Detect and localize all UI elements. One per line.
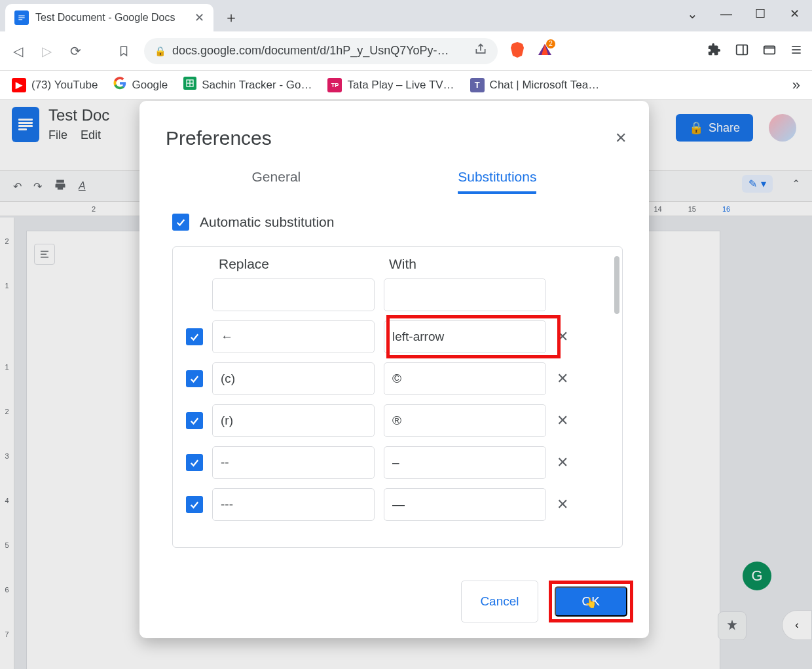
- preferences-dialog: Preferences ✕ General Substitutions Auto…: [139, 101, 649, 638]
- replace-input[interactable]: [212, 278, 375, 311]
- sidepanel-icon[interactable]: [735, 43, 749, 60]
- replace-input[interactable]: [212, 446, 375, 479]
- docs-favicon: [14, 10, 29, 25]
- dialog-title: Preferences: [166, 127, 623, 149]
- substitution-row: ✕: [186, 404, 602, 437]
- tab-strip: Test Document - Google Docs ✕ ＋ ⌄ — ☐ ✕: [0, 0, 812, 31]
- minimize-icon[interactable]: —: [712, 4, 740, 24]
- delete-row-icon[interactable]: ✕: [555, 412, 570, 429]
- svg-rect-2: [18, 19, 22, 20]
- bookmark-google[interactable]: Google: [113, 77, 168, 93]
- with-input[interactable]: [384, 362, 546, 395]
- bookmark-label: Sachin Tracker - Go…: [202, 79, 312, 92]
- tataplay-icon: TP: [327, 78, 342, 92]
- auto-substitution-checkbox[interactable]: [172, 214, 189, 231]
- delete-row-icon[interactable]: ✕: [555, 328, 570, 345]
- svg-rect-10: [792, 52, 800, 54]
- highlight-annotation: OK 👆: [549, 581, 633, 622]
- substitution-row: [186, 278, 602, 311]
- teams-icon: T: [470, 78, 485, 92]
- row-checkbox[interactable]: [186, 454, 203, 471]
- share-icon[interactable]: [474, 43, 487, 59]
- row-checkbox[interactable]: [186, 412, 203, 429]
- brave-rewards-icon[interactable]: 2: [537, 42, 553, 60]
- google-icon: [113, 77, 126, 93]
- cursor-icon: 👆: [585, 597, 597, 609]
- youtube-icon: ▶: [12, 78, 26, 92]
- bookmark-label: Google: [132, 79, 168, 92]
- row-checkbox[interactable]: [186, 370, 203, 387]
- reload-icon[interactable]: ⟳: [67, 43, 84, 60]
- brave-shields-icon[interactable]: [509, 41, 525, 62]
- tab-title: Test Document - Google Docs: [35, 12, 175, 24]
- bookmark-icon[interactable]: [115, 43, 132, 60]
- svg-rect-5: [737, 45, 748, 54]
- scrollbar-thumb[interactable]: [614, 256, 619, 314]
- cancel-button[interactable]: Cancel: [461, 581, 538, 622]
- substitution-row: ✕: [186, 488, 602, 521]
- browser-toolbar: ◁ ▷ ⟳ 🔒 docs.google.com/document/d/1hP_y…: [0, 31, 812, 71]
- with-input[interactable]: [384, 446, 546, 479]
- badge-count: 2: [546, 39, 555, 48]
- window-controls: ⌄ — ☐ ✕: [678, 4, 808, 24]
- with-input[interactable]: [384, 278, 546, 311]
- row-checkbox-placeholder: [186, 286, 203, 303]
- svg-rect-9: [792, 49, 800, 50]
- bookmark-youtube[interactable]: ▶(73) YouTube: [12, 78, 98, 92]
- new-tab-button[interactable]: ＋: [221, 8, 241, 28]
- substitution-row: ✕: [186, 446, 602, 479]
- url-text: docs.google.com/document/d/1hP_y_UsnQ7Yo…: [172, 44, 449, 58]
- dialog-close-icon[interactable]: ✕: [615, 130, 627, 147]
- lock-icon: 🔒: [155, 46, 166, 56]
- close-window-icon[interactable]: ✕: [781, 4, 808, 24]
- forward-icon[interactable]: ▷: [38, 43, 55, 60]
- with-input[interactable]: [384, 404, 546, 437]
- column-replace: Replace: [219, 256, 389, 272]
- app-menu-icon[interactable]: [790, 43, 803, 59]
- omnibox[interactable]: 🔒 docs.google.com/document/d/1hP_y_UsnQ7…: [144, 38, 498, 64]
- browser-window: Test Document - Google Docs ✕ ＋ ⌄ — ☐ ✕ …: [0, 0, 812, 669]
- browser-tab[interactable]: Test Document - Google Docs ✕: [5, 4, 213, 31]
- tab-general[interactable]: General: [252, 169, 301, 194]
- substitution-row: ✕: [186, 320, 602, 353]
- wallet-icon[interactable]: [762, 43, 777, 60]
- column-with: With: [389, 256, 416, 272]
- with-input[interactable]: [384, 488, 546, 521]
- svg-rect-0: [18, 16, 24, 16]
- extensions-icon[interactable]: [707, 43, 722, 60]
- tabs-dropdown-icon[interactable]: ⌄: [678, 4, 706, 24]
- bookmarks-overflow-icon[interactable]: »: [792, 77, 800, 94]
- with-input[interactable]: [384, 320, 546, 353]
- replace-input[interactable]: [212, 488, 375, 521]
- back-icon[interactable]: ◁: [9, 43, 26, 60]
- dialog-tabs: General Substitutions: [139, 156, 649, 194]
- tab-close-icon[interactable]: ✕: [194, 10, 204, 25]
- maximize-icon[interactable]: ☐: [747, 4, 774, 24]
- replace-input[interactable]: [212, 362, 375, 395]
- bookmark-label: Tata Play – Live TV…: [347, 79, 454, 92]
- tab-substitutions[interactable]: Substitutions: [458, 169, 536, 194]
- bookmark-teams[interactable]: TChat | Microsoft Tea…: [470, 78, 600, 92]
- docs-app: Test Doc File Edit 🔒Share ↶ ↷ A ✎▾ ⌃ 2 1…: [0, 100, 812, 669]
- auto-substitution-label: Automatic substitution: [200, 214, 334, 230]
- replace-input[interactable]: [212, 320, 375, 353]
- bookmark-label: Chat | Microsoft Tea…: [490, 79, 600, 92]
- row-checkbox[interactable]: [186, 496, 203, 513]
- svg-rect-8: [792, 46, 800, 47]
- delete-row-icon[interactable]: ✕: [555, 454, 570, 471]
- row-checkbox[interactable]: [186, 328, 203, 345]
- replace-input[interactable]: [212, 404, 375, 437]
- bookmark-sheets[interactable]: Sachin Tracker - Go…: [183, 77, 312, 93]
- substitutions-table: Replace With ✕✕✕✕✕: [172, 246, 623, 548]
- delete-row-icon[interactable]: ✕: [555, 496, 570, 513]
- bookmark-tataplay[interactable]: TPTata Play – Live TV…: [327, 78, 454, 92]
- ok-button[interactable]: OK 👆: [555, 586, 627, 617]
- bookmarks-bar: ▶(73) YouTube Google Sachin Tracker - Go…: [0, 71, 812, 100]
- substitution-row: ✕: [186, 362, 602, 395]
- bookmark-label: (73) YouTube: [31, 79, 98, 92]
- sheets-icon: [183, 77, 196, 93]
- svg-rect-7: [764, 46, 775, 54]
- svg-rect-1: [18, 17, 24, 18]
- delete-row-icon[interactable]: ✕: [555, 370, 570, 387]
